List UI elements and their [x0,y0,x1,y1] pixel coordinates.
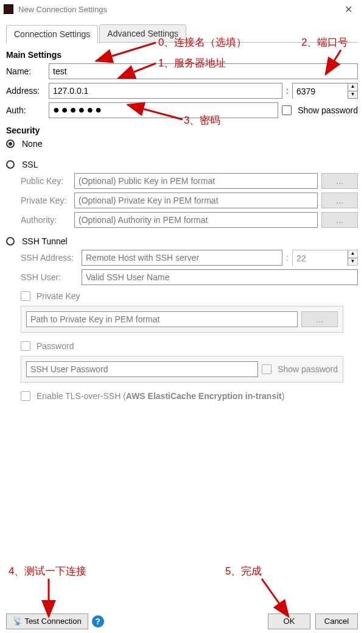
auth-input[interactable]: ●●●●●● [49,102,278,118]
tab-bar: Connection Settings Advanced Settings [6,24,358,43]
spin-up-icon: ▲ [348,250,357,258]
dialog-footer: 📡 Test Connection ? OK Cancel [0,614,364,629]
window-title: New Connection Settings [18,5,107,14]
show-password-checkbox[interactable] [282,105,292,115]
main-settings-heading: Main Settings [6,50,358,60]
spin-up-icon[interactable]: ▲ [348,83,357,91]
address-label: Address: [6,86,45,96]
security-none-label: None [22,139,42,149]
port-spin-buttons[interactable]: ▲ ▼ [348,83,357,98]
security-heading: Security [6,126,358,135]
svg-line-5 [262,579,289,617]
ok-button[interactable]: OK [268,614,310,629]
close-icon[interactable]: ✕ [336,4,360,15]
app-icon [4,4,13,14]
ssh-password-label: Password [37,341,74,351]
tls-over-ssh-checkbox [21,391,30,401]
name-label: Name: [6,66,45,76]
security-ssh-tunnel-label: SSH Tunnel [22,236,68,246]
show-password-label: Show password [298,105,358,115]
ssh-private-key-box: ... [21,306,343,333]
ssh-port-spin-buttons: ▲ ▼ [348,250,357,265]
authority-input [74,212,318,228]
ssh-user-label: SSH User: [21,272,78,282]
auth-label: Auth: [6,105,45,115]
public-key-input [74,173,318,189]
port-input[interactable] [293,83,348,99]
security-ssl-label: SSL [22,160,38,169]
ssh-user-input [82,269,358,285]
help-icon[interactable]: ? [92,615,104,628]
ssh-private-key-path-input [26,311,298,327]
ssh-password-checkbox [21,341,30,351]
private-key-input [74,193,318,208]
test-connection-icon: 📡 [13,617,23,626]
ssh-address-input [82,250,282,266]
ssh-private-key-browse-button: ... [301,311,338,327]
annotation-5: 5、完成 [225,564,262,578]
ssh-port-spinbox: ▲ ▼ [292,250,358,266]
ssh-port-input [293,250,348,266]
cancel-button[interactable]: Cancel [315,614,358,629]
port-separator: : [286,86,289,96]
private-key-browse-button: ... [321,193,358,208]
port-spinbox[interactable]: ▲ ▼ [292,83,358,99]
security-none-radio[interactable] [6,140,15,148]
ssh-password-input [26,361,258,377]
tls-over-ssh-label: Enable TLS-over-SSH (AWS ElastiCache Enc… [37,391,284,401]
tab-advanced-settings[interactable]: Advanced Settings [99,24,186,42]
ssh-private-key-label: Private Key [37,291,80,301]
tab-connection-settings[interactable]: Connection Settings [6,25,98,43]
spin-down-icon: ▼ [348,258,357,266]
ssh-port-separator: : [286,253,289,263]
security-ssh-tunnel-radio[interactable] [6,237,15,246]
window-titlebar: New Connection Settings ✕ [0,0,364,18]
name-input[interactable] [49,63,358,79]
ssh-address-label: SSH Address: [21,253,78,263]
authority-label: Authority: [21,215,71,225]
security-ssl-radio[interactable] [6,160,15,169]
spin-down-icon[interactable]: ▼ [348,91,357,99]
test-connection-button[interactable]: 📡 Test Connection [6,614,88,629]
public-key-browse-button: ... [321,173,358,189]
ssh-password-box: Show password [21,356,343,383]
private-key-label: Private Key: [21,196,71,205]
ssh-show-password-checkbox [262,364,271,374]
address-input[interactable] [49,83,282,99]
ssh-show-password-label: Show password [278,364,338,374]
authority-browse-button: ... [321,212,358,228]
public-key-label: Public Key: [21,176,71,186]
annotation-4: 4、测试一下连接 [9,564,86,578]
ssh-private-key-checkbox [21,291,30,301]
